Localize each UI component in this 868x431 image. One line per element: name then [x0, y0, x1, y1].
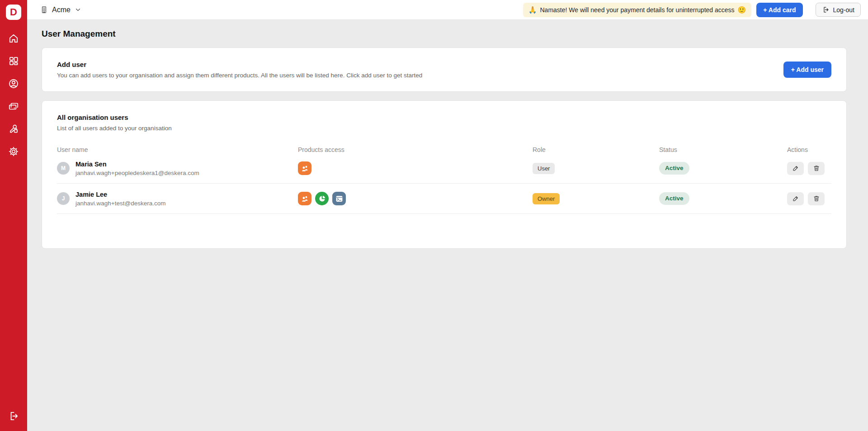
org-switcher[interactable]: Acme [40, 5, 82, 14]
add-user-card: Add user You can add users to your organ… [42, 47, 847, 92]
trash-icon [813, 195, 820, 202]
analytics-product-icon [315, 192, 329, 205]
people-product-icon [298, 161, 311, 175]
avatar: J [57, 192, 70, 205]
role-badge: Owner [533, 193, 560, 204]
page-title: User Management [42, 29, 847, 39]
payment-banner: 🙏 Namaste! We will need your payment det… [523, 3, 752, 17]
user-email: janhavi.wagh+peopledeskera1@deskera.com [75, 170, 199, 176]
sidebar-item-settings[interactable] [8, 147, 19, 158]
role-badge: User [533, 163, 555, 174]
users-card-title: All organisation users [57, 114, 831, 121]
app-window: D [0, 0, 868, 431]
sidebar-item-billing[interactable] [8, 101, 19, 113]
pencil-icon [792, 165, 799, 172]
logout-icon [822, 6, 830, 14]
gear-icon [8, 146, 19, 159]
people-product-icon [298, 192, 311, 205]
sidebar-item-dashboard[interactable] [8, 56, 19, 68]
logo-letter: D [10, 7, 17, 17]
status-badge: Active [659, 162, 689, 175]
organisation-icon [40, 5, 48, 14]
sidebar-item-profile[interactable] [8, 79, 19, 90]
home-icon [8, 33, 19, 46]
logout-label: Log-out [833, 6, 854, 14]
edit-user-button[interactable] [787, 192, 804, 205]
users-card-subtitle: List of all users added to your organisa… [57, 125, 831, 132]
table-row: M Maria Sen janhavi.wagh+peopledeskera1@… [57, 153, 831, 184]
dashboard-grid-icon [8, 55, 19, 69]
column-header-actions: Actions [787, 146, 831, 153]
table-row: J Jamie Lee janhavi.wagh+test@deskera.co… [57, 184, 831, 214]
column-header-role: Role [533, 146, 659, 153]
edit-user-button[interactable] [787, 162, 804, 175]
delete-user-button[interactable] [808, 192, 825, 205]
deskera-logo[interactable]: D [6, 5, 21, 20]
table-header-row: User name Products access Role Status Ac… [57, 146, 831, 153]
column-header-user-name: User name [57, 146, 298, 153]
user-name: Jamie Lee [75, 191, 165, 198]
organisation-users-card: All organisation users List of all users… [42, 100, 847, 249]
logout-icon [8, 410, 19, 424]
sidebar-item-security[interactable] [8, 124, 19, 136]
sidebar-item-home[interactable] [8, 33, 19, 45]
user-name: Maria Sen [75, 161, 199, 168]
products-access-cell [298, 192, 533, 205]
add-user-card-description: You can add users to your organisation a… [57, 72, 422, 79]
chevron-down-icon [74, 6, 82, 14]
logout-button[interactable]: Log-out [816, 3, 861, 17]
avatar: M [57, 162, 70, 175]
console-product-icon [332, 192, 346, 205]
add-user-button[interactable]: + Add user [783, 62, 831, 78]
products-access-cell [298, 161, 533, 175]
trash-icon [813, 165, 820, 172]
add-user-card-title: Add user [57, 61, 422, 68]
topbar: Acme 🙏 Namaste! We will need your paymen… [27, 0, 868, 20]
delete-user-button[interactable] [808, 162, 825, 175]
credit-card-icon [8, 100, 19, 114]
users-table-body: M Maria Sen janhavi.wagh+peopledeskera1@… [57, 153, 831, 214]
sidebar-item-logout[interactable] [8, 411, 19, 423]
sidebar: D [0, 0, 27, 431]
user-circle-icon [8, 78, 19, 91]
pencil-icon [792, 195, 799, 202]
user-email: janhavi.wagh+test@deskera.com [75, 200, 165, 207]
column-header-products-access: Products access [298, 146, 533, 153]
column-header-status: Status [659, 146, 787, 153]
smiley-emoji: 🙂 [738, 6, 746, 14]
namaste-emoji: 🙏 [528, 6, 537, 14]
status-badge: Active [659, 192, 689, 205]
add-card-button[interactable]: + Add card [756, 3, 802, 17]
key-lock-icon [8, 123, 19, 137]
banner-text: Namaste! We will need your payment detai… [540, 6, 735, 14]
content-area: User Management Add user You can add use… [27, 20, 868, 431]
org-name: Acme [52, 6, 71, 14]
